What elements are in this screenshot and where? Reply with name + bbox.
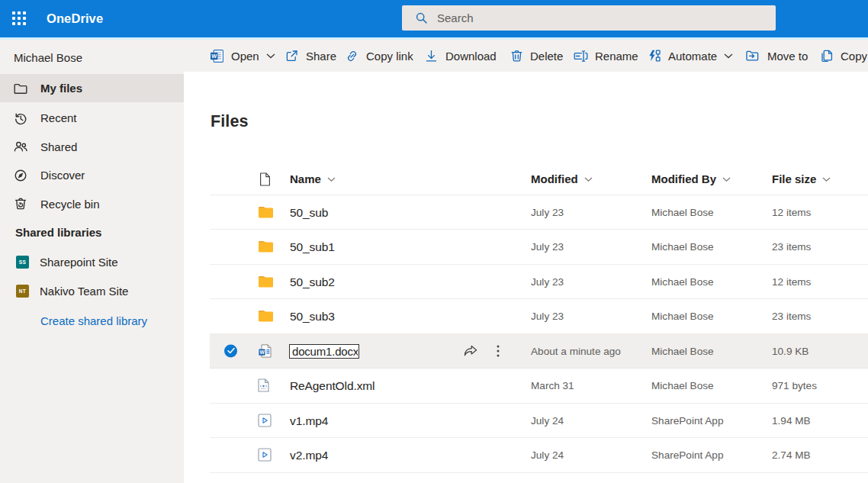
file-size: 971 bytes [772,369,817,403]
copy-icon [820,49,834,63]
file-size: 23 items [772,230,811,264]
toolbar-copy-button[interactable]: Copy [820,40,867,72]
table-row[interactable]: ReAgentOld.xml March 31 Michael Bose 971… [210,369,868,404]
search-placeholder: Search [437,5,474,31]
file-modified: July 23 [531,265,564,299]
toolbar-rename-label: Rename [595,50,638,63]
file-modified-by: Michael Bose [651,299,714,333]
table-row[interactable]: 50_sub2 July 23 Michael Bose 12 items [210,265,868,300]
download-icon [424,49,439,63]
file-modified: July 24 [531,404,564,438]
file-modified: July 24 [531,438,564,472]
file-modified: March 31 [531,369,574,403]
nakivo-site-icon: NT [16,285,29,298]
file-size: 23 items [772,299,811,333]
chevron-down-icon [724,53,733,59]
file-modified-by: Michael Bose [651,334,714,369]
sidebar-item-shared[interactable]: Shared [0,133,184,161]
page-title: Files [211,112,249,131]
automate-icon [647,49,661,63]
chevron-down-icon [722,177,731,182]
site-label: Sharepoint Site [40,248,118,276]
svg-text:W: W [259,349,265,355]
folder-icon [258,309,274,323]
folder-icon [258,275,274,288]
file-size: 12 items [772,265,811,299]
app-launcher-icon[interactable] [12,11,26,25]
link-icon [345,49,359,63]
column-header-modified-by[interactable]: Modified By [651,163,731,195]
file-name: 50_sub1 [290,230,335,264]
file-size: 1.94 MB [772,404,811,438]
toolbar-delete-button[interactable]: Delete [510,40,563,72]
search-icon [415,11,428,24]
table-row[interactable]: 50_sub July 23 Michael Bose 12 items [210,195,868,230]
table-row[interactable]: 50_sub1 July 23 Michael Bose 23 items [210,230,868,265]
sidebar-item-recent[interactable]: Recent [0,104,184,132]
move-to-icon [745,49,760,63]
sidebar: Michael Bose My files Recent [0,40,184,483]
toolbar-move-to-button[interactable]: Move to [745,40,808,72]
sidebar-item-recycle-bin[interactable]: Recycle bin [0,190,184,218]
file-size: 2.74 MB [772,438,811,472]
user-name: Michael Bose [14,51,82,64]
toolbar-download-button[interactable]: Download [424,40,497,72]
column-header-file-size[interactable]: File size [772,163,831,195]
sidebar-item-label: Discover [40,161,85,189]
column-header-label: Modified By [651,172,716,185]
sidebar-item-my-files[interactable]: My files [0,74,184,102]
sidebar-item-label: Recycle bin [40,190,100,218]
search-input[interactable]: Search [402,5,776,31]
chevron-down-icon [584,177,593,182]
app-title[interactable]: OneDrive [47,0,103,37]
sidebar-item-sharepoint-site[interactable]: SS Sharepoint Site [0,248,184,276]
table-row-selected[interactable]: W About a minute ago Michael Bose 10.9 K… [210,334,868,369]
file-modified-by: Michael Bose [651,230,714,264]
sidebar-item-label: Recent [40,104,77,132]
column-header-modified[interactable]: Modified [531,163,593,195]
toolbar-open-button[interactable]: W Open [210,40,275,72]
sidebar-item-label: My files [40,74,82,102]
toolbar-rename-button[interactable]: Rename [573,40,638,72]
file-modified: July 23 [531,230,564,264]
sidebar-item-discover[interactable]: Discover [0,161,184,189]
table-row[interactable]: v2.mp4 July 24 SharePoint App 2.74 MB [210,438,868,473]
compass-icon [13,168,28,183]
create-shared-library-link[interactable]: Create shared library [40,314,147,327]
column-header-name[interactable]: Name [290,163,336,195]
toolbar-delete-label: Delete [530,50,563,63]
file-size: 10.9 KB [772,334,809,369]
shared-libraries-heading: Shared libraries [15,226,101,239]
file-modified: July 23 [531,195,564,230]
row-selected-checkbox[interactable] [224,344,237,357]
column-header-label: Modified [531,172,578,185]
table-row[interactable]: 50_sub3 July 23 Michael Bose 23 items [210,299,868,334]
word-file-icon: W [258,343,272,358]
site-label: Nakivo Team Site [40,277,128,305]
toolbar-download-label: Download [445,50,497,63]
toolbar-automate-button[interactable]: Automate [647,40,733,72]
file-size: 12 items [772,195,811,230]
toolbar-copy-link-button[interactable]: Copy link [345,40,413,72]
rename-input[interactable] [289,344,359,359]
folder-icon [13,81,28,96]
column-header-label: File size [772,172,816,185]
column-header-label: Name [290,172,321,185]
row-more-actions-icon[interactable] [491,344,505,358]
toolbar-open-label: Open [231,50,259,63]
row-share-icon[interactable] [463,344,478,357]
file-name: 50_sub [290,195,328,230]
xml-file-icon [258,378,269,392]
history-icon [13,111,28,126]
table-row[interactable]: v1.mp4 July 24 SharePoint App 1.94 MB [210,404,868,439]
svg-text:W: W [211,53,217,60]
folder-icon [258,240,274,253]
toolbar-share-button[interactable]: Share [285,40,336,72]
chevron-down-icon [327,177,336,182]
file-modified-by: Michael Bose [651,265,714,299]
file-type-column-icon[interactable] [259,172,271,186]
sidebar-item-nakivo-team-site[interactable]: NT Nakivo Team Site [0,277,184,305]
rename-icon [573,49,588,63]
chevron-down-icon [822,177,831,182]
toolbar-move-to-label: Move to [767,50,808,63]
